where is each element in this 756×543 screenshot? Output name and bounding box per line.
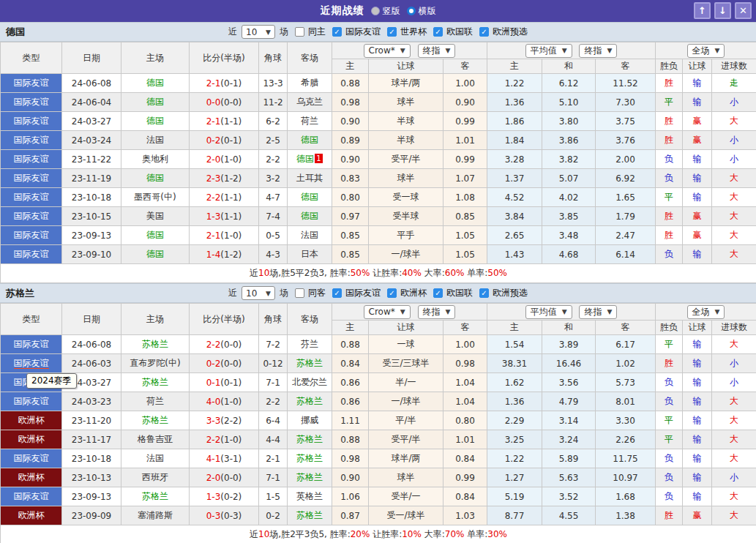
odds-handicap: 半球: [369, 112, 444, 131]
league-checkbox-eurocup[interactable]: ✓: [387, 288, 397, 298]
fulltime-score: 1-4: [206, 250, 221, 260]
odds-source-dropdown[interactable]: Crow*▼: [364, 44, 411, 58]
col-corner: 角球: [259, 304, 288, 335]
final-index2-dropdown[interactable]: 终指▼: [579, 305, 617, 319]
match-date: 24-06-08: [62, 335, 121, 354]
halftime-score: (1-0): [220, 231, 242, 241]
result-handicap: 赢: [683, 506, 712, 525]
competition-type[interactable]: 国际友谊: [1, 207, 62, 226]
match-count-select[interactable]: 10▼: [242, 25, 275, 39]
result-outcome-label: 平: [665, 192, 673, 202]
sub-col-avg-draw: 和: [542, 59, 596, 74]
section-header: 德国 近 10▼ 场 ✓ 同主 ✓ 国际友谊 ✓ 世界杯 ✓ 欧国联 ✓ 欧洲预…: [0, 22, 756, 42]
result-handicap-label: 输: [693, 377, 702, 387]
final-index-dropdown[interactable]: 终指▼: [418, 305, 456, 319]
full-match-dropdown[interactable]: 全场▼: [687, 44, 725, 58]
final-index-dropdown[interactable]: 终指▼: [418, 44, 456, 58]
competition-type[interactable]: 国际友谊: [1, 354, 62, 373]
competition-type[interactable]: 国际友谊: [1, 226, 62, 245]
competition-type[interactable]: 国际友谊: [1, 487, 62, 506]
result-outcome-label: 平: [665, 97, 673, 107]
result-outcome-label: 胜: [665, 211, 673, 221]
home-team-name: 塞浦路斯: [138, 510, 173, 520]
away-team-name: 芬兰: [301, 339, 318, 349]
competition-type[interactable]: 国际友谊: [1, 150, 62, 169]
match-date: 24-06-08: [62, 74, 121, 93]
league-checkbox-friendly[interactable]: ✓: [332, 27, 342, 37]
radio-vertical-icon[interactable]: [371, 7, 380, 15]
avg-home-odds: 1.36: [487, 392, 542, 411]
result-outcome-label: 负: [665, 154, 673, 164]
league-checkbox-nationsleague[interactable]: ✓: [433, 27, 443, 37]
result-handicap: 输: [683, 169, 712, 188]
result-outcome-label: 负: [665, 396, 673, 406]
close-button[interactable]: ✕: [735, 2, 752, 19]
avg-home-odds: 1.86: [487, 112, 542, 131]
competition-type[interactable]: 欧洲杯: [1, 468, 62, 487]
halftime-score: (1-1): [220, 192, 242, 203]
odds-handicap: 一球: [369, 335, 444, 354]
average-dropdown[interactable]: 平均值▼: [525, 305, 572, 319]
chevron-down-icon: ▼: [266, 29, 271, 36]
match-date: 23-10-18: [62, 188, 121, 207]
layout-radio-vertical[interactable]: 竖版: [371, 5, 400, 18]
league-checkbox-nationsleague[interactable]: ✓: [433, 288, 443, 298]
league-checkbox-friendly[interactable]: ✓: [332, 288, 342, 298]
competition-type[interactable]: 欧洲杯: [1, 430, 62, 449]
result-goals: 大: [712, 487, 756, 506]
odds-home: 0.87: [332, 506, 369, 525]
match-date: 23-10-15: [62, 207, 121, 226]
radio-horizontal-icon[interactable]: [407, 7, 416, 15]
result-goals-label: 大: [730, 211, 738, 221]
result-goals-label: 大: [730, 510, 738, 520]
result-outcome: 平: [656, 335, 683, 354]
result-goals-label: 大: [730, 453, 738, 463]
score: 2-1(0-1): [190, 74, 259, 93]
competition-type[interactable]: 国际友谊: [1, 245, 62, 264]
fulltime-score: 0-2: [206, 359, 221, 369]
radio-vertical-label: 竖版: [383, 5, 400, 18]
odds-handicap: 球半: [369, 93, 444, 112]
away-team-name: 德国: [301, 192, 318, 202]
league-checkbox-worldcup[interactable]: ✓: [387, 27, 397, 37]
competition-type[interactable]: 国际友谊: [1, 449, 62, 468]
fulltime-score: 1-3: [206, 211, 221, 222]
full-match-dropdown[interactable]: 全场▼: [687, 305, 725, 319]
same-away-checkbox[interactable]: ✓: [295, 288, 304, 298]
move-up-button[interactable]: ↑: [694, 2, 711, 19]
same-home-checkbox[interactable]: ✓: [295, 27, 304, 37]
league-checkbox-euroqualifier[interactable]: ✓: [479, 288, 489, 298]
avg-away-odds: 2.00: [596, 150, 656, 169]
league-checkbox-euroqualifier[interactable]: ✓: [479, 27, 489, 37]
odds-handicap: 球半: [369, 169, 444, 188]
competition-type[interactable]: 国际友谊: [1, 93, 62, 112]
competition-type[interactable]: 欧洲杯: [1, 506, 62, 525]
competition-type-label: 国际友谊: [14, 396, 49, 406]
odds-handicap: 受平/半: [369, 430, 444, 449]
competition-type[interactable]: 国际友谊: [1, 169, 62, 188]
competition-type[interactable]: 国际友谊: [1, 112, 62, 131]
home-team-name: 苏格兰: [142, 377, 168, 387]
average-dropdown[interactable]: 平均值▼: [525, 44, 572, 58]
match-count-select[interactable]: 10▼: [242, 286, 275, 300]
away-team: 北爱尔兰: [288, 373, 332, 392]
competition-type[interactable]: 欧洲杯: [1, 411, 62, 430]
match-date: 24-03-23: [62, 392, 121, 411]
competition-type[interactable]: 国际友谊: [1, 335, 62, 354]
odds-source-dropdown[interactable]: Crow*▼: [364, 305, 411, 319]
final-index2-dropdown[interactable]: 终指▼: [579, 44, 617, 58]
avg-away-odds: 11.75: [596, 449, 656, 468]
avg-home-odds: 3.28: [487, 150, 542, 169]
layout-radio-horizontal[interactable]: 横版: [407, 5, 436, 18]
home-team-name: 德国: [146, 116, 164, 126]
competition-type[interactable]: 国际友谊: [1, 392, 62, 411]
competition-type[interactable]: 国际友谊: [1, 74, 62, 93]
same-home-label: 同主: [308, 26, 326, 38]
competition-type[interactable]: 国际友谊: [1, 131, 62, 150]
away-team: 芬兰: [288, 335, 332, 354]
avg-away-odds: 10.97: [596, 468, 656, 487]
competition-type[interactable]: 国际友谊: [1, 188, 62, 207]
avg-away-odds: 3.75: [596, 112, 656, 131]
move-down-button[interactable]: ↓: [714, 2, 731, 19]
match-row: 国际友谊24-06-03直布罗陀(中)0-2(0-0)0-12苏格兰0.84受三…: [1, 354, 756, 373]
